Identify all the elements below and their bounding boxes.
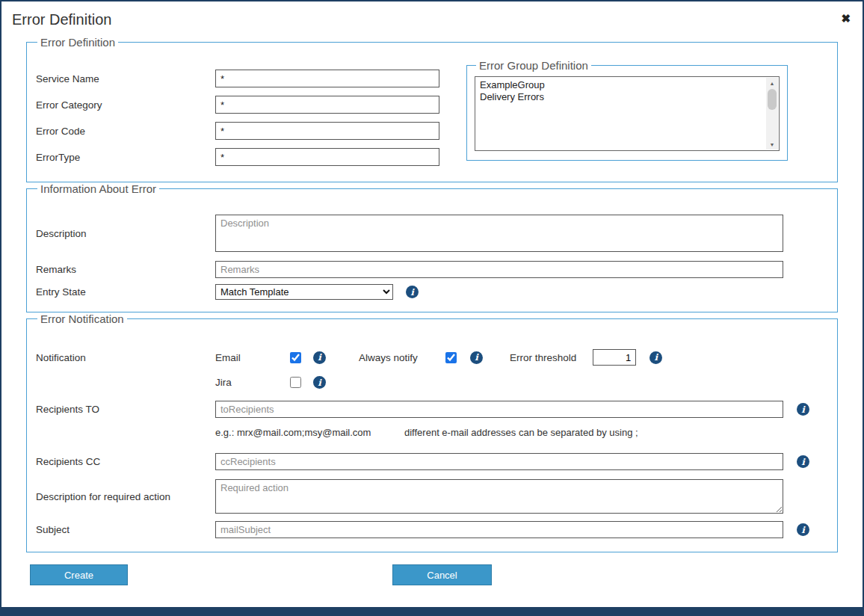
recipients-cc-label: Recipients CC (36, 456, 215, 467)
recipients-to-row: Recipients TO i (36, 401, 828, 418)
remarks-row: Remarks (36, 261, 828, 278)
error-code-row: Error Code (36, 122, 451, 140)
cancel-button[interactable]: Cancel (392, 564, 492, 585)
create-button[interactable]: Create (30, 564, 128, 585)
scrollbar-thumb[interactable] (768, 89, 777, 110)
entry-state-label: Entry State (36, 286, 215, 298)
notification-label: Notification (36, 352, 215, 363)
always-notify-checkbox[interactable] (445, 352, 457, 363)
error-category-label: Error Category (36, 99, 215, 111)
subject-label: Subject (36, 524, 215, 535)
error-threshold-info-icon[interactable]: i (649, 351, 662, 364)
entry-state-info-icon[interactable]: i (406, 286, 419, 298)
error-type-row: ErrorType (36, 148, 451, 166)
entry-state-select[interactable]: Match Template (215, 284, 393, 300)
error-category-input[interactable] (215, 96, 439, 114)
always-notify-info-icon[interactable]: i (470, 351, 483, 364)
subject-info-icon[interactable]: i (797, 523, 809, 536)
error-group-definition-legend: Error Group Definition (476, 59, 591, 72)
description-label: Description (36, 228, 215, 239)
required-action-row: Description for required action (36, 479, 828, 514)
section-error-definition: Error Definition Service Name Error Cate… (26, 36, 838, 182)
error-code-label: Error Code (36, 126, 215, 137)
section-information-legend: Information About Error (37, 182, 159, 195)
required-action-label: Description for required action (36, 491, 215, 502)
service-name-input[interactable] (215, 70, 439, 87)
error-type-label: ErrorType (36, 152, 215, 163)
remarks-input[interactable] (215, 261, 783, 278)
recipients-cc-row: Recipients CC i (36, 453, 828, 470)
remarks-label: Remarks (36, 264, 215, 275)
recipients-to-info-icon[interactable]: i (797, 403, 809, 416)
jira-label: Jira (215, 377, 290, 388)
error-group-listbox[interactable]: ExampleGroup Delivery Errors ▲ ▼ (475, 76, 780, 151)
recipients-cc-info-icon[interactable]: i (797, 455, 809, 468)
form-sections: Error Definition Service Name Error Cate… (26, 36, 838, 552)
dialog-buttons: Create Cancel (1, 564, 863, 587)
notification-row: Notification Email i Always notify i Err… (36, 349, 828, 366)
entry-state-row: Entry State Match Template i (36, 284, 828, 300)
close-icon[interactable]: ✖ (841, 13, 851, 24)
error-group-option[interactable]: ExampleGroup (480, 79, 762, 91)
subject-row: Subject i (36, 521, 828, 538)
section-error-notification-legend: Error Notification (37, 312, 127, 325)
subject-input[interactable] (215, 521, 783, 538)
scroll-down-icon[interactable]: ▼ (766, 139, 778, 150)
error-group-definition: Error Group Definition ExampleGroup Deli… (466, 59, 788, 161)
always-notify-label: Always notify (359, 352, 445, 363)
error-definition-fields: Service Name Error Category Error Code E… (36, 52, 451, 174)
dialog-title: Error Definition (12, 11, 111, 28)
recipients-cc-input[interactable] (215, 453, 783, 470)
error-category-row: Error Category (36, 96, 451, 114)
email-hint-note: different e-mail addresses can be separa… (404, 427, 638, 438)
recipients-to-input[interactable] (215, 401, 783, 418)
description-row: Description (36, 215, 828, 252)
scroll-up-icon[interactable]: ▲ (766, 78, 778, 88)
recipients-to-label: Recipients TO (36, 404, 215, 415)
error-threshold-input[interactable] (593, 349, 636, 366)
error-type-input[interactable] (215, 148, 439, 166)
section-error-definition-legend: Error Definition (37, 36, 118, 49)
service-name-label: Service Name (36, 73, 215, 84)
email-checkbox[interactable] (290, 352, 301, 363)
error-code-input[interactable] (215, 122, 439, 140)
dialog-header: Error Definition ✖ (1, 1, 863, 36)
description-textarea[interactable] (215, 215, 783, 252)
section-error-notification: Error Notification Notification Email i … (26, 312, 838, 552)
service-name-row: Service Name (36, 70, 451, 87)
required-action-textarea[interactable] (215, 479, 783, 514)
jira-row: Jira i (36, 376, 828, 389)
error-threshold-label: Error threshold (510, 352, 576, 363)
email-hint-example: e.g.: mrx@mail.com;msy@mail.com (215, 427, 404, 438)
email-info-icon[interactable]: i (313, 351, 326, 364)
email-hint-row: e.g.: mrx@mail.com;msy@mail.com differen… (36, 427, 828, 438)
jira-info-icon[interactable]: i (313, 376, 326, 389)
section-information-about-error: Information About Error Description Rema… (26, 182, 838, 312)
jira-checkbox[interactable] (290, 377, 301, 388)
listbox-scrollbar[interactable]: ▲ ▼ (766, 78, 778, 150)
error-group-option[interactable]: Delivery Errors (480, 91, 762, 103)
email-label: Email (215, 352, 290, 363)
error-definition-dialog: Error Definition ✖ Error Definition Serv… (0, 0, 864, 616)
